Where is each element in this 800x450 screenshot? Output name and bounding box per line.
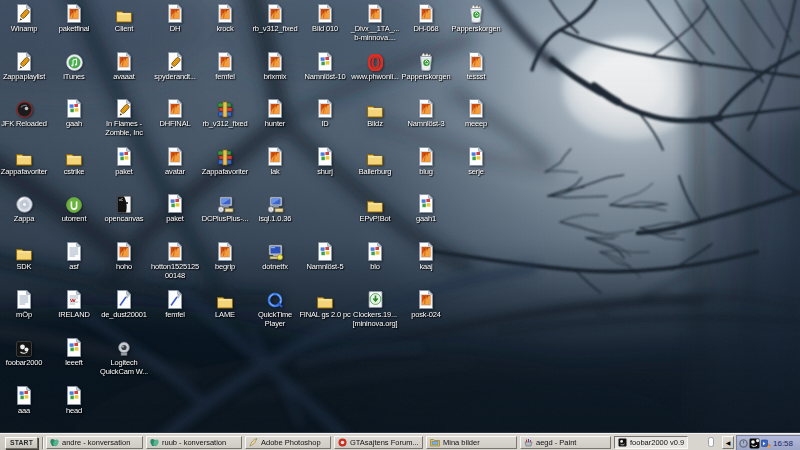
svg-text:oC: oC xyxy=(119,198,124,202)
